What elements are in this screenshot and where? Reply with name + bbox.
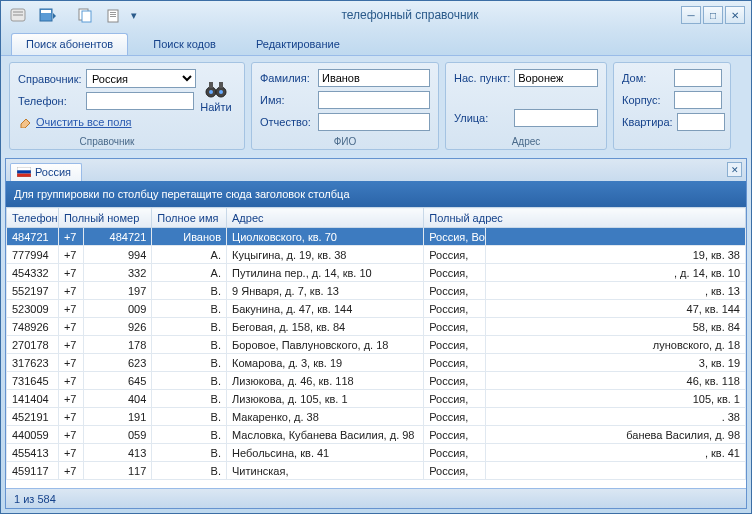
- inner-tabs: Россия ✕: [6, 159, 746, 181]
- col-fullname[interactable]: Полное имя: [152, 208, 227, 228]
- maximize-button[interactable]: □: [703, 6, 723, 24]
- find-button[interactable]: Найти: [196, 75, 236, 147]
- flat-label: Квартира:: [622, 116, 673, 128]
- svg-rect-4: [41, 10, 51, 13]
- minimize-button[interactable]: ─: [681, 6, 701, 24]
- table-row[interactable]: 454332+7332А.Путилина пер., д. 14, кв. 1…: [7, 264, 746, 282]
- city-input[interactable]: [514, 69, 598, 87]
- firstname-input[interactable]: [318, 91, 430, 109]
- titlebar: ▾ телефонный справочник ─ □ ✕: [1, 1, 751, 29]
- svg-rect-10: [110, 16, 116, 17]
- group-label-directory: Справочник: [18, 134, 196, 147]
- app-icon: [7, 4, 31, 26]
- table-row[interactable]: 440059+7059В.Масловка, Кубанева Василия,…: [7, 426, 746, 444]
- svg-rect-18: [17, 170, 31, 173]
- col-address[interactable]: Адрес: [227, 208, 424, 228]
- table-row[interactable]: 552197+7197В.9 Января, д. 7, кв. 13Росси…: [7, 282, 746, 300]
- table-row[interactable]: 141404+7404В.Лизюкова, д. 105, кв. 1Росс…: [7, 390, 746, 408]
- svg-rect-8: [110, 12, 116, 13]
- table-row[interactable]: 455413+7413В.Небольсина, кв. 41Россия,, …: [7, 444, 746, 462]
- house-input[interactable]: [674, 69, 722, 87]
- patronymic-label: Отчество:: [260, 116, 314, 128]
- firstname-label: Имя:: [260, 94, 314, 106]
- inner-tab-russia[interactable]: Россия: [10, 163, 82, 181]
- data-area: Россия ✕ Для группировки по столбцу пере…: [5, 158, 747, 509]
- street-input[interactable]: [514, 109, 598, 127]
- search-panel: Справочник: Россия Телефон: Очистить все…: [1, 55, 751, 154]
- close-button[interactable]: ✕: [725, 6, 745, 24]
- grid-header-row[interactable]: Телефон Полный номер Полное имя Адрес По…: [7, 208, 746, 228]
- svg-rect-1: [13, 11, 23, 13]
- table-row[interactable]: 777994+7994А.Куцыгина, д. 19, кв. 38Росс…: [7, 246, 746, 264]
- toolbar-menu-icon[interactable]: [35, 4, 59, 26]
- table-row[interactable]: 484721+7484721ИвановЦиолковского, кв. 70…: [7, 228, 746, 246]
- flag-icon: [17, 167, 31, 177]
- toolbar-dropdown-icon[interactable]: ▾: [129, 4, 139, 26]
- group-label-address: Адрес: [454, 134, 598, 147]
- svg-point-13: [209, 90, 213, 94]
- block-label: Корпус:: [622, 94, 670, 106]
- lastname-label: Фамилия:: [260, 72, 314, 84]
- toolbar-copy-icon[interactable]: [73, 4, 97, 26]
- svg-rect-2: [13, 14, 23, 16]
- svg-point-14: [219, 90, 223, 94]
- phone-input[interactable]: [86, 92, 194, 110]
- table-row[interactable]: 748926+7926В.Беговая, д. 158, кв. 84Росс…: [7, 318, 746, 336]
- street-label: Улица:: [454, 112, 510, 124]
- table-row[interactable]: 270178+7178В.Боровое, Павлуновского, д. …: [7, 336, 746, 354]
- ribbon-tabs: Поиск абонентов Поиск кодов Редактирован…: [1, 29, 751, 55]
- grid[interactable]: Телефон Полный номер Полное имя Адрес По…: [6, 207, 746, 488]
- patronymic-input[interactable]: [318, 113, 430, 131]
- app-window: ▾ телефонный справочник ─ □ ✕ Поиск абон…: [0, 0, 752, 514]
- group-label-fio: ФИО: [260, 134, 430, 147]
- table-row[interactable]: 317623+7623В.Комарова, д. 3, кв. 19Росси…: [7, 354, 746, 372]
- house-label: Дом:: [622, 72, 670, 84]
- svg-rect-19: [17, 174, 31, 177]
- table-row[interactable]: 523009+7009В.Бакунина, д. 47, кв. 144Рос…: [7, 300, 746, 318]
- tab-search-codes[interactable]: Поиск кодов: [138, 33, 231, 55]
- col-phone[interactable]: Телефон: [7, 208, 59, 228]
- inner-tab-close-button[interactable]: ✕: [727, 162, 742, 177]
- grouping-bar[interactable]: Для группировки по столбцу перетащите сю…: [6, 181, 746, 207]
- table-row[interactable]: 459117+7117В.Читинская,Россия,: [7, 462, 746, 480]
- directory-label: Справочник:: [18, 73, 82, 85]
- table-row[interactable]: 452191+7191В.Макаренко, д. 38Россия,. 38: [7, 408, 746, 426]
- binoculars-icon: [204, 79, 228, 99]
- svg-rect-17: [17, 167, 31, 170]
- toolbar-paste-icon[interactable]: [101, 4, 125, 26]
- statusbar: 1 из 584: [6, 488, 746, 508]
- lastname-input[interactable]: [318, 69, 430, 87]
- col-fulladdress[interactable]: Полный адрес: [424, 208, 746, 228]
- eraser-icon: [18, 116, 32, 128]
- city-label: Нас. пункт:: [454, 72, 510, 84]
- app-title: телефонный справочник: [139, 8, 681, 22]
- table-row[interactable]: 731645+7645В.Лизюкова, д. 46, кв. 118Рос…: [7, 372, 746, 390]
- svg-rect-9: [110, 14, 116, 15]
- tab-search-subscribers[interactable]: Поиск абонентов: [11, 33, 128, 55]
- svg-rect-15: [209, 82, 213, 88]
- svg-rect-16: [219, 82, 223, 88]
- flat-input[interactable]: [677, 113, 725, 131]
- svg-rect-6: [82, 11, 91, 22]
- record-position: 1 из 584: [14, 493, 56, 505]
- col-fullnum[interactable]: Полный номер: [58, 208, 151, 228]
- block-input[interactable]: [674, 91, 722, 109]
- phone-label: Телефон:: [18, 95, 82, 107]
- tab-editing[interactable]: Редактирование: [241, 33, 355, 55]
- directory-select[interactable]: Россия: [86, 69, 196, 88]
